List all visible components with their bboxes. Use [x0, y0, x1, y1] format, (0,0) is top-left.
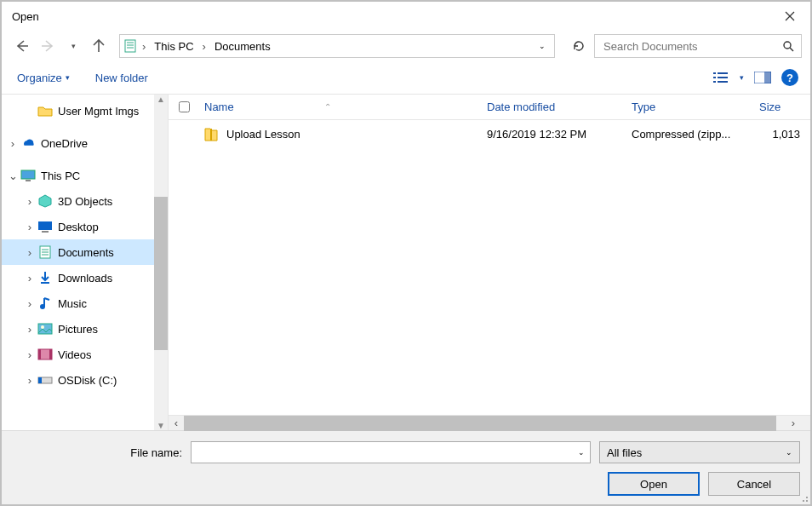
scroll-down-icon[interactable]: ▼: [157, 421, 165, 430]
tree-label: Documents: [54, 246, 114, 259]
tree-item-downloads[interactable]: › Downloads: [2, 265, 168, 290]
horizontal-scrollbar[interactable]: ‹ ›: [169, 415, 810, 430]
back-button[interactable]: [10, 34, 34, 58]
cancel-button[interactable]: Cancel: [708, 472, 800, 496]
search-box[interactable]: [594, 34, 802, 58]
tree-item-desktop[interactable]: › Desktop: [2, 214, 168, 239]
svg-rect-34: [210, 129, 212, 141]
expand-icon[interactable]: ›: [24, 323, 36, 336]
collapse-icon[interactable]: ⌄: [7, 170, 19, 182]
forward-button[interactable]: [36, 34, 60, 58]
chevron-down-icon[interactable]: ▾: [740, 73, 744, 82]
tree-item-pictures[interactable]: › Pictures: [2, 316, 168, 342]
tree-item-music[interactable]: › Music: [2, 290, 168, 316]
recent-dropdown[interactable]: ▾: [61, 34, 85, 58]
col-type[interactable]: Type: [632, 101, 759, 113]
tree-label: User Mgmt Imgs: [54, 105, 139, 118]
svg-point-37: [806, 497, 808, 498]
svg-rect-2: [125, 40, 135, 52]
tree-label: OSDisk (C:): [54, 374, 117, 387]
close-icon: [785, 11, 795, 21]
view-options-button[interactable]: [711, 67, 731, 88]
filename-combo[interactable]: ⌄: [191, 441, 591, 463]
organize-label: Organize: [17, 72, 62, 84]
footer: File name: ⌄ All files ⌄ Open Cancel: [2, 430, 810, 504]
svg-line-7: [790, 48, 793, 51]
file-list-header: Name ⌃ Date modified Type Size: [169, 95, 810, 120]
svg-rect-9: [713, 77, 716, 78]
3d-icon: [37, 193, 53, 209]
col-name[interactable]: Name ⌃: [199, 101, 487, 113]
scroll-left-icon[interactable]: ‹: [169, 417, 184, 429]
expand-icon[interactable]: ›: [24, 272, 36, 285]
document-icon: [123, 39, 137, 53]
file-list: Name ⌃ Date modified Type Size Upload Le…: [169, 95, 810, 430]
scroll-up-icon[interactable]: ▲: [157, 95, 165, 104]
col-size[interactable]: Size: [759, 101, 810, 113]
tree-item-documents[interactable]: › Documents: [2, 239, 168, 265]
refresh-button[interactable]: [567, 34, 591, 58]
expand-icon[interactable]: ›: [24, 221, 36, 233]
help-icon: ?: [786, 72, 793, 84]
search-input[interactable]: [602, 39, 782, 54]
col-type-label: Type: [632, 101, 655, 113]
resize-grip-icon[interactable]: [798, 492, 809, 503]
file-type: Compressed (zipp...: [632, 128, 759, 141]
navbar: ▾ › This PC › Documents ⌄: [2, 31, 810, 61]
svg-rect-8: [713, 72, 716, 74]
preview-pane-button[interactable]: [752, 67, 773, 88]
scroll-right-icon[interactable]: ›: [776, 417, 810, 429]
tree-item-onedrive[interactable]: › OneDrive: [2, 130, 168, 156]
expand-icon[interactable]: ›: [24, 348, 36, 361]
tree-label: OneDrive: [37, 137, 88, 150]
expand-icon[interactable]: ›: [7, 137, 19, 150]
tree-label: Videos: [54, 348, 92, 361]
tree-scroll-thumb[interactable]: [154, 197, 168, 350]
col-date-label: Date modified: [487, 101, 555, 113]
tree-item-user-mgmt[interactable]: User Mgmt Imgs: [2, 98, 168, 124]
tree-item-osdisk[interactable]: › OSDisk (C:): [2, 367, 168, 393]
download-icon: [37, 270, 53, 285]
svg-rect-13: [718, 81, 728, 83]
pc-icon: [20, 168, 36, 183]
scroll-thumb[interactable]: [184, 416, 776, 431]
col-date[interactable]: Date modified: [487, 101, 632, 113]
svg-rect-15: [764, 72, 771, 83]
pictures-icon: [37, 321, 53, 336]
file-type-filter[interactable]: All files ⌄: [599, 441, 800, 463]
chevron-down-icon: ⌄: [786, 448, 792, 457]
svg-rect-30: [38, 349, 41, 359]
tree-item-this-pc[interactable]: ⌄ This PC: [2, 163, 168, 188]
select-all-checkbox[interactable]: [179, 101, 190, 112]
close-button[interactable]: [773, 4, 807, 28]
videos-icon: [37, 347, 53, 362]
svg-rect-31: [49, 349, 52, 359]
arrow-left-icon: [14, 38, 30, 54]
chevron-down-icon[interactable]: ⌄: [539, 42, 546, 50]
expand-icon[interactable]: ›: [24, 195, 36, 208]
arrow-up-icon: [91, 38, 106, 54]
cancel-label: Cancel: [737, 478, 771, 491]
svg-rect-11: [718, 72, 728, 74]
new-folder-label: New folder: [95, 72, 148, 84]
desktop-icon: [37, 219, 53, 234]
filename-label: File name:: [12, 446, 182, 459]
expand-icon[interactable]: ›: [24, 246, 36, 259]
svg-point-35: [806, 500, 808, 502]
tree-item-3d-objects[interactable]: › 3D Objects: [2, 188, 168, 214]
breadcrumb-documents[interactable]: Documents: [211, 38, 274, 55]
tree-label: Music: [54, 297, 87, 310]
tree-item-videos[interactable]: › Videos: [2, 342, 168, 367]
file-row[interactable]: Upload Lesson 9/16/2019 12:32 PM Compres…: [169, 120, 810, 147]
open-button[interactable]: Open: [608, 472, 700, 496]
help-button[interactable]: ?: [781, 69, 798, 86]
expand-icon[interactable]: ›: [24, 374, 36, 387]
breadcrumb-this-pc[interactable]: This PC: [151, 38, 197, 55]
organize-menu[interactable]: Organize ▾: [14, 70, 73, 86]
up-button[interactable]: [87, 34, 111, 58]
address-bar[interactable]: › This PC › Documents ⌄: [119, 34, 555, 58]
new-folder-button[interactable]: New folder: [92, 70, 152, 86]
open-dialog: Open ▾ › This PC › Documents ⌄: [0, 0, 812, 506]
expand-icon[interactable]: ›: [24, 297, 36, 310]
chevron-down-icon: ▾: [66, 73, 70, 82]
